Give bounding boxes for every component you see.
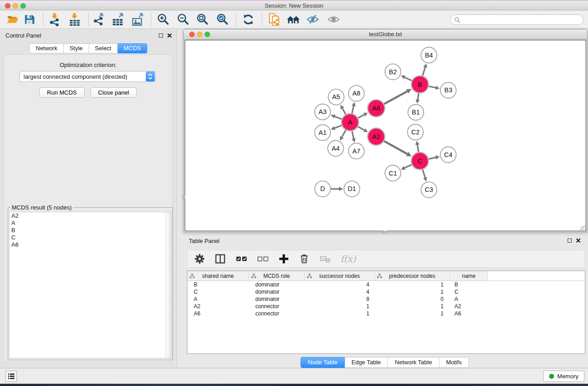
table-row[interactable]: Bdominator41B bbox=[187, 281, 585, 288]
settings-gear-icon[interactable] bbox=[194, 253, 205, 264]
graph-edge-A-A7[interactable] bbox=[352, 131, 356, 143]
column-header-successor-nodes[interactable]: successor nodes bbox=[305, 271, 375, 281]
graph-edge-A6-B[interactable] bbox=[384, 89, 412, 104]
graph-edge-B-B2[interactable] bbox=[401, 76, 412, 81]
graph-node-B1[interactable]: B1 bbox=[408, 105, 424, 120]
graph-node-C3[interactable]: C3 bbox=[421, 182, 437, 198]
maximize-window-button[interactable] bbox=[20, 3, 26, 9]
table-row[interactable]: Cdominator41C bbox=[187, 288, 585, 295]
graph-node-A7[interactable]: A7 bbox=[349, 143, 364, 159]
tab-select[interactable]: Select bbox=[89, 43, 118, 53]
resize-grip-icon[interactable] bbox=[580, 225, 587, 232]
graph-edge-C-C2[interactable] bbox=[416, 141, 420, 152]
add-icon[interactable] bbox=[278, 253, 289, 264]
search-text-field[interactable] bbox=[460, 16, 583, 24]
column-header-shared-name[interactable]: shared name bbox=[187, 271, 249, 281]
graph-edge-B-B1[interactable] bbox=[416, 93, 420, 104]
close-panel-icon[interactable] bbox=[576, 238, 581, 243]
tab-network-table[interactable]: Network Table bbox=[388, 357, 439, 368]
splitter-handle[interactable] bbox=[383, 231, 387, 234]
zoom-in-icon[interactable] bbox=[157, 13, 170, 26]
tab-node-table[interactable]: Node Table bbox=[301, 357, 345, 368]
graph-edge-A-A5[interactable] bbox=[340, 105, 346, 114]
hide-panel-icon[interactable] bbox=[306, 14, 320, 25]
delete-icon[interactable] bbox=[299, 253, 310, 264]
graph-edge-A-A3[interactable] bbox=[331, 114, 342, 119]
graph-node-B[interactable]: B bbox=[411, 76, 429, 93]
new-network-icon[interactable] bbox=[268, 13, 281, 26]
close-network-button[interactable] bbox=[189, 32, 195, 37]
graph-edge-D-D1[interactable] bbox=[331, 187, 343, 191]
mcds-result-item[interactable]: A2 bbox=[10, 212, 171, 219]
graph-node-B3[interactable]: B3 bbox=[440, 82, 456, 98]
graph-edge-A-A1[interactable] bbox=[331, 125, 342, 130]
graph-edge-C-C3[interactable] bbox=[423, 170, 427, 181]
graph-node-A3[interactable]: A3 bbox=[315, 104, 330, 120]
graph-node-A6[interactable]: A6 bbox=[368, 100, 385, 117]
scrollbar[interactable] bbox=[165, 212, 171, 358]
graph-node-C[interactable]: C bbox=[411, 152, 429, 170]
export-network-icon[interactable] bbox=[93, 13, 105, 26]
import-network-icon[interactable] bbox=[48, 13, 61, 26]
graph-node-A2[interactable]: A2 bbox=[368, 128, 385, 145]
export-table-icon[interactable] bbox=[112, 13, 124, 26]
tab-style[interactable]: Style bbox=[64, 43, 89, 53]
tab-mcds[interactable]: MCDS bbox=[118, 43, 147, 53]
graph-edge-B-B4[interactable] bbox=[422, 63, 427, 76]
table-row[interactable]: Adominator80A bbox=[187, 295, 585, 303]
zoom-fit-icon[interactable] bbox=[196, 13, 209, 26]
close-panel-button[interactable]: Close panel bbox=[91, 87, 137, 98]
graph-edge-A2-C[interactable] bbox=[384, 141, 411, 157]
graph-edge-C-C1[interactable] bbox=[401, 165, 412, 170]
table-row[interactable]: A6connector11A6 bbox=[187, 310, 585, 317]
run-mcds-button[interactable]: Run MCDS bbox=[39, 87, 85, 98]
tab-edge-table[interactable]: Edge Table bbox=[344, 357, 388, 368]
column-icon[interactable] bbox=[215, 253, 226, 264]
tab-network[interactable]: Network bbox=[29, 43, 64, 53]
open-session-icon[interactable] bbox=[6, 14, 19, 25]
graph-node-C4[interactable]: C4 bbox=[440, 147, 456, 162]
minimize-network-button[interactable] bbox=[197, 32, 202, 37]
zoom-out-icon[interactable] bbox=[177, 13, 190, 26]
graph-node-D[interactable]: D bbox=[315, 181, 330, 197]
graph-node-B2[interactable]: B2 bbox=[385, 64, 401, 80]
maximize-network-button[interactable] bbox=[205, 32, 210, 37]
select-all-icon[interactable] bbox=[236, 254, 248, 263]
mcds-result-item[interactable]: A6 bbox=[10, 241, 171, 248]
graph-node-C2[interactable]: C2 bbox=[407, 124, 423, 140]
float-panel-icon[interactable] bbox=[568, 238, 572, 243]
graph-edge-A-A2[interactable] bbox=[358, 127, 368, 132]
save-session-icon[interactable] bbox=[24, 14, 35, 25]
optimization-criterion-select[interactable]: largest connected component (directed) bbox=[19, 71, 156, 82]
float-panel-icon[interactable] bbox=[159, 33, 163, 38]
graph-edge-A-A4[interactable] bbox=[340, 130, 346, 141]
tab-motifs[interactable]: Motifs bbox=[439, 357, 469, 368]
import-table-icon[interactable] bbox=[68, 13, 81, 26]
graph-edge-A-A8[interactable] bbox=[352, 102, 356, 113]
mcds-result-list[interactable]: A2ABCA6 bbox=[9, 212, 172, 358]
home-icon[interactable] bbox=[286, 14, 301, 25]
zoom-selected-icon[interactable] bbox=[216, 13, 229, 26]
graph-node-D1[interactable]: D1 bbox=[344, 181, 360, 197]
graph-node-B4[interactable]: B4 bbox=[421, 47, 437, 63]
graph-node-A4[interactable]: A4 bbox=[328, 140, 344, 156]
graph-edge-A-A6[interactable] bbox=[358, 113, 368, 118]
graph-edge-C-C4[interactable] bbox=[429, 155, 440, 159]
network-window-titlebar[interactable]: testGlobe.txt bbox=[184, 29, 587, 39]
search-input[interactable] bbox=[450, 14, 583, 25]
graph-node-C1[interactable]: C1 bbox=[385, 165, 401, 181]
show-panel-icon[interactable] bbox=[327, 14, 340, 25]
column-header-name[interactable]: name bbox=[450, 271, 488, 281]
deselect-all-icon[interactable] bbox=[257, 254, 269, 263]
graph-node-A8[interactable]: A8 bbox=[349, 86, 364, 101]
network-canvas[interactable]: AA1A2A3A4A5A6A7A8BB1B2B3B4CC1C2C3C4DD1 bbox=[185, 40, 586, 231]
column-header-MCDS-role[interactable]: MCDS role bbox=[249, 271, 305, 281]
graph-edge-B-B3[interactable] bbox=[429, 86, 440, 90]
table-row[interactable]: A2connector11A2 bbox=[187, 303, 585, 310]
refresh-layout-icon[interactable] bbox=[242, 13, 255, 26]
minimize-window-button[interactable] bbox=[13, 3, 18, 9]
graph-node-A[interactable]: A bbox=[341, 114, 359, 131]
graph-node-A1[interactable]: A1 bbox=[315, 125, 330, 141]
export-image-icon[interactable] bbox=[132, 13, 144, 26]
splitter-handle[interactable] bbox=[182, 195, 185, 199]
